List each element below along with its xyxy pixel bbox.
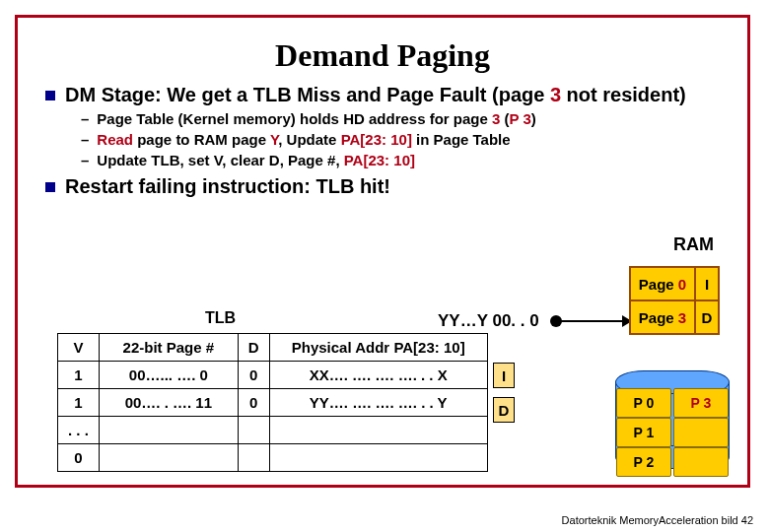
bullet-1-text: DM Stage: We get a TLB Miss and Page Fau…	[65, 84, 686, 106]
sub-1-1: – Page Table (Kernel memory) holds HD ad…	[81, 110, 726, 129]
text-red: P 3	[510, 110, 531, 127]
tlb-h-v: V	[58, 334, 100, 362]
text: DM Stage: We get a TLB Miss and Page Fau…	[65, 84, 550, 105]
disk-cell	[673, 418, 729, 447]
disk-cell: P 3	[673, 388, 729, 418]
cell: 00…... …. 0	[99, 362, 238, 389]
disk-cell: P 1	[616, 418, 671, 447]
text: (	[500, 110, 509, 127]
cell: YY…. …. …. …. . . Y	[269, 389, 487, 417]
tlb-row: 1 00…. . …. 11 0 YY…. …. …. …. . . Y	[58, 389, 488, 417]
tlb-h-d: D	[238, 334, 269, 362]
text: Page	[639, 276, 678, 293]
tlb-title: TLB	[205, 309, 236, 327]
cell: XX…. …. …. …. . . X	[269, 362, 487, 389]
tlb-h-page: 22-bit Page #	[99, 334, 238, 362]
text-red: 3	[678, 309, 686, 326]
text-red: 3	[550, 84, 561, 105]
cell: 1	[58, 362, 100, 389]
dash-icon: –	[81, 110, 89, 129]
slide-title: Demand Paging	[39, 37, 726, 74]
tlb-row: . . .	[58, 417, 488, 444]
text: P 1	[634, 425, 655, 440]
text: in Page Table	[412, 131, 511, 148]
text: P 2	[634, 454, 655, 470]
ram-cell-page: Page 0	[630, 267, 695, 300]
disk-cylinder: P 0 P 3 P 1 P 2	[615, 370, 730, 469]
text: not resident)	[561, 84, 686, 105]
ram-label: RAM	[673, 234, 714, 255]
bullet-icon	[45, 91, 55, 100]
cell: 0	[238, 362, 269, 389]
sub-1-2: – Read page to RAM page Y, Update PA[23:…	[81, 131, 726, 150]
slide-frame: Demand Paging DM Stage: We get a TLB Mis…	[15, 15, 750, 488]
dash-icon: –	[81, 152, 89, 170]
disk-grid: P 0 P 3 P 1 P 2	[615, 387, 730, 457]
slide-footer: Datorteknik MemoryAcceleration bild 42	[562, 514, 753, 526]
disk-cell: P 2	[616, 447, 671, 477]
tlb-table: V 22-bit Page # D Physical Addr PA[23: 1…	[57, 333, 488, 472]
cell	[238, 444, 269, 472]
text: , Update	[278, 131, 340, 148]
ram-row: Page 0 I	[630, 267, 719, 300]
bullet-2-text: Restart failing instruction: TLB hit!	[65, 175, 390, 198]
text-red: PA[23: 10]	[341, 131, 412, 148]
text-red: P 3	[691, 395, 712, 411]
ram-block: Page 0 I Page 3 D	[629, 266, 720, 335]
text: Page	[639, 309, 678, 326]
text: )	[531, 110, 536, 127]
bullet-2: Restart failing instruction: TLB hit!	[45, 175, 726, 198]
tlb-h-phys: Physical Addr PA[23: 10]	[269, 334, 487, 362]
text: Page Table (Kernel memory) holds HD addr…	[97, 110, 492, 127]
cell	[238, 417, 269, 444]
ram-cell-page: Page 3	[630, 300, 695, 334]
dash-icon: –	[81, 131, 89, 150]
pointer-arrow-icon	[556, 320, 630, 322]
text-red: Read	[97, 131, 133, 148]
cell	[269, 417, 487, 444]
pointer-label: YY…Y 00. . 0	[438, 311, 539, 331]
cell: 00…. . …. 11	[99, 389, 238, 417]
ram-cell-flag: I	[695, 267, 719, 300]
bullet-1: DM Stage: We get a TLB Miss and Page Fau…	[45, 84, 726, 106]
text: page to RAM page	[133, 131, 270, 148]
cell: 1	[58, 389, 100, 417]
disk-cell: P 0	[616, 388, 671, 418]
cell	[99, 444, 238, 472]
tlb-row0-flag: I	[493, 363, 515, 388]
bullet-icon	[45, 182, 55, 192]
cell	[269, 444, 487, 472]
ram-row: Page 3 D	[630, 300, 719, 334]
sub-1-3: – Update TLB, set V, clear D, Page #, PA…	[81, 152, 726, 170]
tlb-row: 0	[58, 444, 488, 472]
tlb-header-row: V 22-bit Page # D Physical Addr PA[23: 1…	[58, 334, 488, 362]
cell: 0	[238, 389, 269, 417]
tlb-row1-flag: D	[493, 397, 515, 423]
cell: . . .	[58, 417, 100, 444]
ram-cell-flag: D	[695, 300, 719, 334]
text-red: PA[23: 10]	[344, 152, 415, 168]
text-red: 0	[678, 276, 686, 293]
text: Update TLB, set V, clear D, Page #,	[97, 152, 343, 168]
text: P 0	[634, 395, 655, 411]
disk-cell	[673, 447, 729, 477]
cell	[99, 417, 238, 444]
cell: 0	[58, 444, 100, 472]
tlb-row: 1 00…... …. 0 0 XX…. …. …. …. . . X	[58, 362, 488, 389]
